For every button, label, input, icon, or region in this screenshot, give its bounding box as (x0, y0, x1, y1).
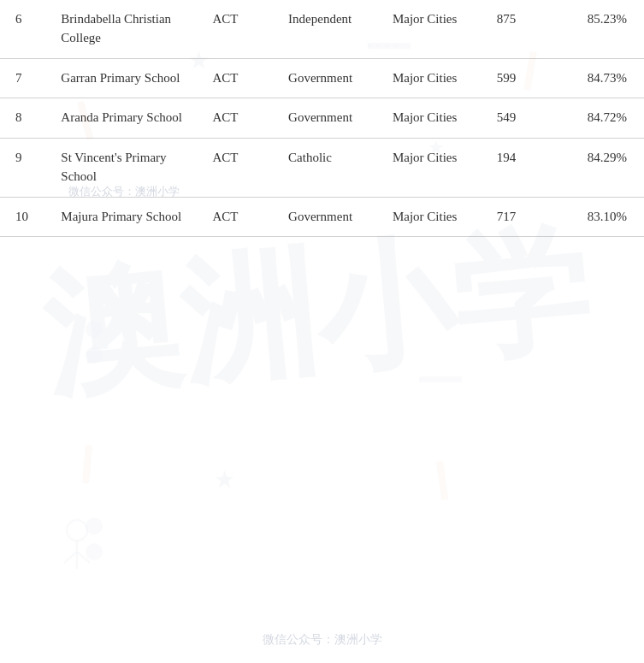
state-cell: ACT (199, 58, 275, 98)
rank-cell: 8 (0, 98, 47, 139)
svg-line-21 (77, 552, 90, 563)
svg-point-14 (86, 321, 103, 338)
students-cell: 194 (483, 139, 559, 198)
table-row: 10 Majura Primary School ACT Government … (0, 197, 644, 237)
score-cell: 84.29% (558, 139, 644, 198)
svg-rect-7 (82, 445, 92, 484)
score-cell: 84.73% (558, 58, 644, 98)
students-cell: 549 (483, 98, 559, 139)
svg-text:澳洲小学: 澳洲小学 (38, 212, 596, 412)
rank-cell: 9 (0, 139, 47, 198)
school-cell: Majura Primary School (47, 197, 198, 237)
table-row: 8 Aranda Primary School ACT Government M… (0, 98, 644, 139)
svg-point-17 (86, 543, 103, 560)
score-cell: 85.23% (558, 0, 644, 58)
location-cell: Major Cities (379, 58, 483, 98)
sector-cell: Catholic (275, 139, 379, 198)
students-cell: 717 (483, 197, 559, 237)
state-cell: ACT (199, 0, 275, 58)
sector-cell: Government (275, 98, 379, 139)
schools-table: 6 Brindabella Christian College ACT Inde… (0, 0, 644, 237)
location-cell: Major Cities (379, 139, 483, 198)
svg-line-20 (64, 552, 77, 563)
location-cell: Major Cities (379, 98, 483, 139)
state-cell: ACT (199, 139, 275, 198)
sector-cell: Government (275, 58, 379, 98)
svg-point-15 (86, 346, 103, 364)
score-cell: 84.72% (558, 98, 644, 139)
table-row: 6 Brindabella Christian College ACT Inde… (0, 0, 644, 58)
watermark-bottom: 微信公众号：澳洲小学 (263, 632, 382, 648)
rank-cell: 10 (0, 197, 47, 237)
svg-point-18 (67, 520, 87, 541)
svg-point-16 (86, 518, 103, 535)
svg-text:★: ★ (214, 466, 235, 493)
state-cell: ACT (199, 197, 275, 237)
school-cell: Garran Primary School (47, 58, 198, 98)
sector-cell: Government (275, 197, 379, 237)
table-row: 7 Garran Primary School ACT Government M… (0, 58, 644, 98)
location-cell: Major Cities (379, 0, 483, 58)
watermark-mid: 微信公众号：澳洲小学 (68, 184, 180, 199)
school-cell: Brindabella Christian College (47, 0, 198, 58)
rank-cell: 7 (0, 58, 47, 98)
state-cell: ACT (199, 98, 275, 139)
svg-rect-6 (436, 461, 448, 500)
students-cell: 875 (483, 0, 559, 58)
students-cell: 599 (483, 58, 559, 98)
rank-cell: 6 (0, 0, 47, 58)
school-cell: Aranda Primary School (47, 98, 198, 139)
sector-cell: Independent (275, 0, 379, 58)
score-cell: 83.10% (558, 197, 644, 237)
svg-rect-13 (419, 376, 462, 382)
location-cell: Major Cities (379, 197, 483, 237)
